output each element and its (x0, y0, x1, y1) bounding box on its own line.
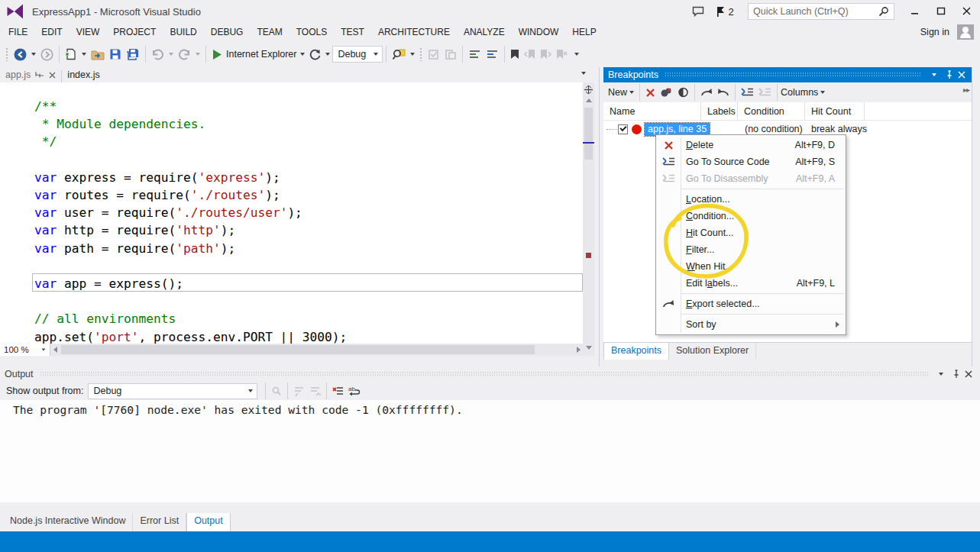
redo-icon[interactable] (176, 45, 193, 63)
menu-file[interactable]: FILE (2, 24, 34, 40)
pending-changes-icon[interactable] (425, 45, 442, 63)
window-position-dropdown[interactable] (934, 368, 948, 380)
refresh-dropdown[interactable] (325, 53, 330, 56)
panel-splitter[interactable] (594, 67, 603, 366)
menu-item-hit-count[interactable]: Hit Count... (656, 224, 846, 241)
notifications-flag-icon[interactable]: 2 (710, 2, 740, 21)
open-file-icon[interactable] (89, 45, 107, 63)
refresh-icon[interactable] (307, 45, 323, 63)
save-all-icon[interactable] (124, 45, 142, 63)
zoom-level-combo[interactable]: 100 % (0, 344, 50, 356)
scroll-left-arrow[interactable] (53, 347, 57, 353)
column-name[interactable]: Name (603, 102, 701, 120)
find-options-dropdown[interactable] (410, 53, 415, 56)
toggle-all-breakpoints-icon[interactable] (675, 83, 691, 102)
undo-icon[interactable] (149, 45, 167, 63)
scroll-up-arrow[interactable] (583, 95, 594, 106)
output-panel-header[interactable]: Output (0, 366, 980, 382)
previous-message-icon[interactable] (291, 382, 307, 400)
column-condition[interactable]: Condition (738, 102, 805, 120)
navigate-backward-icon[interactable] (11, 45, 29, 63)
configuration-dropdown[interactable] (374, 53, 378, 56)
feedback-icon[interactable] (687, 2, 710, 21)
close-button[interactable] (954, 2, 980, 21)
uncomment-selection-icon[interactable] (484, 45, 501, 63)
user-avatar-icon[interactable] (957, 24, 974, 40)
menu-item-go-to-source-code[interactable]: Go To Source CodeAlt+F9, S (656, 153, 846, 170)
quick-launch-input[interactable]: Quick Launch (Ctrl+Q) (748, 3, 894, 20)
save-icon[interactable] (107, 45, 124, 63)
menu-debug[interactable]: DEBUG (204, 24, 251, 40)
menu-tools[interactable]: TOOLS (289, 24, 334, 40)
window-position-dropdown[interactable] (927, 69, 941, 81)
menu-item-when-hit[interactable]: When Hit... (656, 258, 846, 275)
delete-breakpoint-icon[interactable] (643, 83, 658, 102)
find-message-icon[interactable] (269, 382, 284, 400)
scroll-right-arrow[interactable] (577, 347, 581, 353)
menu-item-edit-labels[interactable]: Edit labels...Alt+F9, L (656, 275, 846, 292)
pin-panel-icon[interactable] (941, 69, 955, 81)
panel-tab-breakpoints[interactable]: Breakpoints (603, 343, 669, 360)
navigate-forward-icon[interactable] (38, 45, 56, 63)
bottom-tab-node-js-interactive-window[interactable]: Node.js Interactive Window (3, 513, 133, 531)
menu-analyze[interactable]: ANALYZE (457, 24, 512, 40)
undo-dropdown[interactable] (169, 53, 173, 56)
panel-tab-solution-explorer[interactable]: Solution Explorer (669, 343, 756, 360)
columns-button[interactable]: Columns (781, 87, 818, 98)
close-tab-icon[interactable] (49, 72, 56, 79)
find-in-files-icon[interactable] (390, 45, 408, 63)
word-wrap-icon[interactable]: ab (346, 382, 363, 400)
search-icon[interactable] (878, 6, 889, 17)
new-breakpoint-dropdown[interactable] (629, 91, 634, 94)
scroll-down-arrow[interactable] (583, 342, 594, 353)
minimize-button[interactable] (902, 2, 928, 21)
menu-item-location[interactable]: Location... (656, 191, 846, 208)
menu-architecture[interactable]: ARCHITECTURE (371, 24, 457, 40)
toolbar-overflow-icon[interactable]: ▸▸ (963, 86, 969, 94)
menu-item-delete[interactable]: DeleteAlt+F9, D (656, 137, 846, 153)
go-to-source-code-icon[interactable] (739, 83, 756, 102)
column-hit-count[interactable]: Hit Count (805, 102, 865, 120)
browser-select-label[interactable]: Internet Explorer (226, 49, 296, 60)
breakpoint-checkbox[interactable] (618, 124, 628, 134)
pin-panel-icon[interactable] (948, 368, 962, 380)
navigate-backward-dropdown[interactable] (31, 53, 36, 56)
delete-all-breakpoints-icon[interactable] (658, 83, 675, 102)
next-bookmark-icon[interactable] (538, 45, 554, 63)
toolbar-options-dropdown[interactable] (574, 53, 579, 56)
export-breakpoints-icon[interactable] (698, 83, 715, 102)
tab-list-dropdown[interactable] (581, 72, 586, 75)
sign-in-link[interactable]: Sign in (920, 27, 949, 37)
output-source-dropdown[interactable] (248, 389, 253, 392)
new-breakpoint-button[interactable]: New (608, 87, 627, 98)
menu-project[interactable]: PROJECT (106, 24, 163, 40)
new-file-icon[interactable] (63, 45, 79, 63)
menu-team[interactable]: TEAM (250, 24, 289, 40)
previous-bookmark-icon[interactable] (522, 45, 538, 63)
menu-help[interactable]: HELP (565, 24, 603, 40)
browser-dropdown[interactable] (300, 53, 305, 56)
scrollbar-thumb[interactable] (584, 108, 593, 160)
output-text[interactable]: The program '[7760] node.exe' has exited… (0, 400, 980, 502)
menu-view[interactable]: VIEW (70, 24, 107, 40)
menu-test[interactable]: TEST (334, 24, 371, 40)
zoom-dropdown[interactable] (42, 348, 46, 350)
import-breakpoints-icon[interactable] (715, 83, 732, 102)
redo-dropdown[interactable] (196, 53, 200, 56)
menu-item-filter[interactable]: Filter... (656, 241, 846, 258)
tab-index-js[interactable]: index.js (62, 67, 105, 82)
h-scrollbar-thumb[interactable] (61, 345, 535, 354)
bookmark-icon[interactable] (508, 45, 522, 63)
shelve-changes-icon[interactable] (442, 45, 459, 63)
menu-edit[interactable]: EDIT (34, 24, 69, 40)
column-labels[interactable]: Labels (701, 102, 738, 120)
clear-bookmarks-icon[interactable] (554, 45, 570, 63)
code-editor[interactable]: /** * Module dependencies. */ var expres… (0, 82, 594, 356)
maximize-button[interactable] (928, 2, 954, 21)
breakpoint-name[interactable]: app.js, line 35 (645, 123, 710, 136)
editor-splitter-handle[interactable] (583, 85, 594, 95)
bottom-tab-output[interactable]: Output (186, 513, 231, 531)
columns-dropdown[interactable] (820, 91, 825, 94)
menu-item-condition[interactable]: Condition... (656, 208, 846, 224)
clear-all-output-icon[interactable] (330, 382, 346, 400)
